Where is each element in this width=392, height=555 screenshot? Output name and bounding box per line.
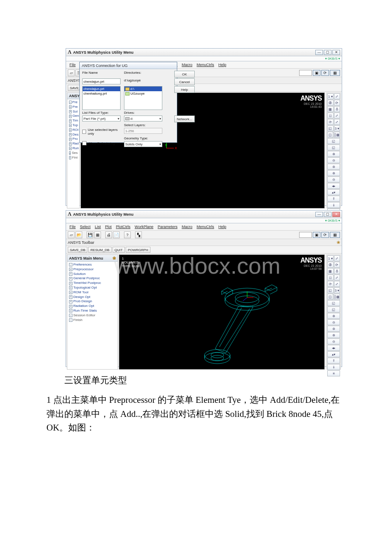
rt-btn[interactable]: ▦	[327, 106, 334, 112]
menu-file[interactable]: File	[69, 225, 76, 229]
tree-runtime-stats[interactable]: +Run-Time Stats	[68, 309, 117, 313]
file-type-combo[interactable]: Part File (*.prt)	[82, 116, 121, 121]
tree-preprocessor[interactable]: +Preprocessor	[68, 267, 117, 272]
rt-btn[interactable]: ⊕	[327, 170, 340, 176]
rt-btn[interactable]: ⤢	[334, 119, 340, 125]
menu-file[interactable]: File	[69, 63, 76, 67]
rt-btn[interactable]: ⤢	[334, 93, 340, 99]
menu-menuctrls[interactable]: MenuCtrls	[196, 63, 214, 67]
rt-btn[interactable]: ⤢	[334, 255, 340, 261]
rt-btn[interactable]: ▦	[327, 268, 334, 274]
rt-btn[interactable]: ◱	[327, 287, 334, 293]
rt-btn[interactable]: ◱	[327, 145, 340, 150]
layers-checkbox[interactable]: Use selected layers only	[82, 128, 121, 136]
tree-finish[interactable]: ▫Finish	[68, 318, 117, 323]
tree-prob-design[interactable]: +Prob Design	[68, 299, 117, 304]
defeaturing-checkbox[interactable]: Allow Defeaturing	[82, 141, 121, 145]
rt-btn[interactable]: ⊕	[327, 313, 340, 319]
file-name-input[interactable]	[82, 78, 121, 84]
rt-btn[interactable]: 3 ▾	[334, 287, 340, 293]
tree-item[interactable]: ▫Pre	[68, 100, 78, 105]
new-icon[interactable]: ▱	[68, 69, 75, 76]
tree-timehist-postproc[interactable]: +TimeHist Postproc	[68, 281, 117, 286]
tree-radiation-opt[interactable]: +Radiation Opt	[68, 304, 117, 309]
tree-item[interactable]: +Run	[68, 146, 78, 151]
rt-btn[interactable]: ⊜	[327, 164, 340, 170]
tree-rom-tool[interactable]: +ROM Tool	[68, 290, 117, 295]
rt-btn[interactable]: ⌼	[327, 113, 334, 119]
rt-btn[interactable]: 1 ▾	[327, 93, 334, 99]
rt-btn[interactable]: ◫	[327, 132, 333, 138]
report-icon[interactable]: 📄	[113, 231, 120, 238]
tree-item[interactable]: ▫Fini	[68, 156, 78, 160]
menu-macro[interactable]: Macro	[182, 225, 192, 229]
isoview-icon[interactable]: ▣	[313, 70, 320, 76]
tree-solution[interactable]: +Solution	[68, 272, 117, 277]
rt-btn[interactable]: ▴▾	[327, 189, 340, 195]
toolbar-help-icon[interactable]: ❀	[337, 240, 340, 245]
dir-item-selected[interactable]: d:\	[124, 87, 162, 91]
rt-btn[interactable]: ⊖	[327, 176, 340, 182]
help-button[interactable]: Help	[174, 86, 195, 93]
maximize-button[interactable]: ▢	[324, 50, 331, 55]
tree-item[interactable]: +Des	[68, 133, 78, 137]
rt-btn[interactable]: ⊖	[327, 157, 340, 163]
rt-btn[interactable]: ◱	[327, 138, 340, 144]
rt-btn[interactable]: ⇓	[327, 202, 340, 208]
new-icon[interactable]: ▱	[68, 231, 75, 238]
view-combo[interactable]	[299, 232, 312, 238]
rt-btn[interactable]: ⦿	[327, 100, 334, 106]
menu-menuctrls[interactable]: MenuCtrls	[196, 225, 214, 229]
dir-item[interactable]: UGzuoye	[124, 91, 162, 96]
tree-topological-opt[interactable]: +Topological Opt	[68, 286, 117, 290]
tree-item[interactable]: ▫Ses	[68, 151, 78, 156]
rt-btn[interactable]: ⟳	[334, 100, 340, 106]
picker-icon[interactable]: ▚	[135, 231, 142, 238]
rt-btn[interactable]: ▴▾	[327, 351, 340, 357]
rt-btn[interactable]: ⦿	[327, 262, 334, 268]
rt-btn[interactable]: ┇▦	[334, 132, 340, 138]
graphics-canvas-2[interactable]: ANSYS DEC 23 2010 14:07:58 1 VOLUMES TYP…	[119, 254, 325, 370]
dir-list[interactable]: d:\ UGzuoye	[124, 86, 162, 110]
rt-btn[interactable]: ⇑	[327, 358, 340, 364]
tree-item[interactable]: +Top	[68, 123, 78, 128]
tree-general-postproc[interactable]: +General Postproc	[68, 276, 117, 281]
quit-button[interactable]: QUIT	[112, 247, 125, 253]
rt-btn[interactable]: ⇑	[327, 196, 340, 202]
geometry-type-combo[interactable]: Solids Only	[124, 141, 162, 147]
list-item-selected[interactable]: chendajun.prt	[83, 87, 120, 91]
rt-btn[interactable]: ⤢	[334, 281, 340, 287]
menu-select[interactable]: Select	[80, 225, 91, 229]
powrgrph-button[interactable]: POWRGRPH	[126, 247, 150, 253]
help-icon[interactable]: ?	[124, 231, 131, 238]
rt-btn[interactable]: ⊖	[327, 338, 340, 344]
rt-btn[interactable]: ⊕	[327, 151, 340, 157]
rt-btn[interactable]: 3 ▾	[334, 125, 340, 131]
isoview-icon[interactable]: ▣	[313, 232, 320, 238]
menu-list[interactable]: List	[95, 225, 101, 229]
print-icon[interactable]: 🖨	[105, 231, 112, 238]
rt-btn[interactable]: ┇▦	[334, 294, 340, 300]
menu-workplane[interactable]: WorkPlane	[135, 225, 153, 229]
rt-btn[interactable]: 1 ▾	[327, 255, 334, 261]
rt-btn[interactable]: ◂▸	[327, 183, 340, 189]
menu-help[interactable]: Help	[219, 225, 227, 229]
rt-btn[interactable]: ⤢	[334, 113, 340, 119]
menu-macro[interactable]: Macro	[182, 63, 192, 67]
resum-db-button[interactable]: RESUM_DB	[88, 247, 111, 253]
tree-item[interactable]: +Pro	[68, 137, 78, 142]
capture-icon[interactable]: ▦	[330, 70, 340, 76]
tree-item[interactable]: +Sol	[68, 110, 78, 114]
rt-btn[interactable]: ◱	[327, 125, 334, 131]
list-item[interactable]: chenhailong.prt	[83, 91, 120, 96]
menu-plot[interactable]: Plot	[105, 225, 112, 229]
rt-btn[interactable]: ♁	[334, 106, 340, 112]
close-button[interactable]: ✕	[332, 212, 340, 217]
tree-item[interactable]: +Pre	[68, 105, 78, 110]
rt-btn[interactable]: ◱	[327, 300, 340, 306]
cancel-button[interactable]: Cancel	[174, 78, 195, 85]
minimize-button[interactable]: —	[315, 50, 323, 55]
rt-btn[interactable]: ⊖	[327, 319, 340, 325]
rt-btn[interactable]: ⊜	[327, 326, 340, 332]
open-icon[interactable]: 📂	[75, 231, 82, 238]
